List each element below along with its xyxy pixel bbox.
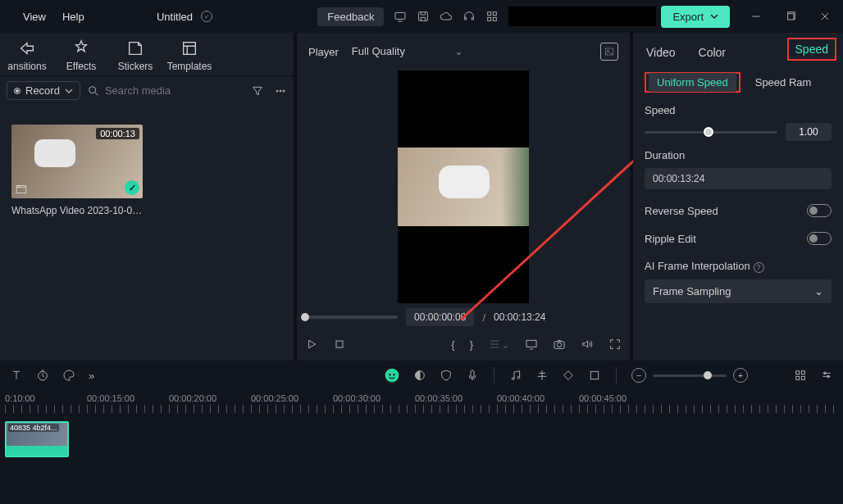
menu-view[interactable]: View (23, 11, 46, 23)
filter-icon[interactable] (251, 84, 264, 98)
tab-speed[interactable]: Speed (795, 43, 828, 56)
ripple-toggle[interactable] (807, 232, 832, 245)
media-clip[interactable]: 00:00:13 ✓ WhatsApp Video 2023-10-05... (11, 125, 143, 216)
camera-icon[interactable] (553, 338, 566, 351)
ai-avatar-icon[interactable] (384, 367, 400, 384)
zoom-out-button[interactable]: − (631, 368, 646, 383)
display-icon[interactable] (389, 5, 412, 28)
ruler-mark: 00:00:30:00 (333, 393, 415, 403)
ripple-row: Ripple Edit (645, 232, 832, 245)
tab-transitions[interactable]: ansitions (0, 39, 54, 72)
zoom-slider[interactable] (653, 375, 727, 377)
reverse-row: Reverse Speed (645, 204, 832, 217)
text-tool-icon[interactable] (10, 369, 23, 382)
window-controls (745, 5, 836, 28)
svg-point-23 (393, 374, 395, 376)
ai-interpolation-select[interactable]: Frame Sampling ⌄ (645, 279, 832, 303)
media-controls: Record (0, 76, 294, 105)
tab-color[interactable]: Color (699, 46, 726, 59)
duration-field[interactable]: 00:00:13:24 (645, 168, 832, 189)
timeline-clip-label: 40835 4b2f4... (8, 424, 59, 432)
svg-point-11 (283, 90, 285, 92)
apps-icon[interactable] (481, 5, 504, 28)
tab-transitions-label: ansitions (7, 61, 46, 72)
more-icon[interactable] (274, 84, 287, 98)
svg-point-22 (389, 374, 391, 376)
subtab-uniform-speed[interactable]: Uniform Speed (649, 73, 736, 92)
ruler-mark: 00:00:20:00 (169, 393, 251, 403)
zoom-in-button[interactable]: + (733, 368, 748, 383)
stop-button[interactable] (333, 338, 346, 351)
timeline-ruler[interactable]: 0:10:00 00:00:15:00 00:00:20:00 00:00:25… (0, 390, 843, 403)
timeline-tracks[interactable]: 40835 4b2f4... (0, 413, 843, 465)
search-input[interactable] (105, 84, 244, 97)
cloud-icon[interactable] (435, 5, 458, 28)
keyframe-icon[interactable] (562, 369, 575, 382)
ruler-mark: 00:00:25:00 (251, 393, 333, 403)
volume-icon[interactable] (581, 338, 594, 351)
ruler-mark: 00:00:35:00 (415, 393, 497, 403)
tab-stickers[interactable]: Stickers (108, 39, 162, 72)
mark-out-icon[interactable]: } (470, 338, 473, 351)
overflow-icon[interactable]: » (89, 370, 94, 382)
ruler-mark: 00:00:45:00 (579, 393, 661, 403)
help-icon[interactable]: ? (754, 262, 764, 273)
video-canvas[interactable] (398, 70, 529, 303)
grid-view-icon[interactable] (794, 369, 807, 382)
record-button[interactable]: Record (7, 81, 80, 100)
tab-video[interactable]: Video (646, 46, 676, 59)
progress-slider[interactable] (305, 311, 398, 324)
mic-icon[interactable] (466, 369, 479, 382)
timer-icon[interactable] (36, 369, 49, 382)
speed-value[interactable]: 1.00 (786, 123, 832, 141)
svg-point-10 (280, 90, 281, 92)
feedback-button[interactable]: Feedback (317, 7, 384, 26)
svg-point-9 (276, 90, 278, 92)
close-button[interactable] (813, 5, 836, 28)
media-grid: 00:00:13 ✓ WhatsApp Video 2023-10-05... (0, 105, 294, 236)
speed-label: Speed (645, 104, 832, 116)
play-button[interactable] (305, 338, 318, 351)
svg-rect-0 (395, 12, 405, 19)
mask-icon[interactable] (413, 369, 426, 382)
reverse-toggle[interactable] (807, 204, 832, 217)
tab-templates[interactable]: Templates (162, 39, 216, 72)
align-icon[interactable]: ⌄ (488, 338, 510, 351)
mark-in-icon[interactable]: { (451, 338, 454, 351)
current-time: 00:00:00:00 (406, 308, 474, 326)
crop-icon[interactable] (588, 369, 601, 382)
shield-icon[interactable] (440, 369, 453, 382)
svg-rect-28 (590, 371, 598, 379)
display-settings-icon[interactable] (525, 338, 538, 351)
export-button[interactable]: Export (661, 6, 730, 28)
settings-icon[interactable] (820, 369, 833, 382)
panel-tabs: Video Color Speed (645, 41, 832, 67)
player-label: Player (308, 46, 339, 58)
record-label: Record (25, 84, 60, 97)
palette-icon[interactable] (62, 369, 75, 382)
music-icon[interactable] (509, 369, 522, 382)
search-media[interactable] (87, 84, 244, 98)
transitions-icon (18, 39, 36, 57)
sync-status-icon: ✓ (201, 11, 212, 22)
quality-dropdown[interactable]: Full Quality ⌄ (352, 45, 463, 58)
svg-point-8 (89, 86, 96, 93)
minimize-button[interactable] (745, 5, 768, 28)
clip-thumbnail[interactable]: 00:00:13 ✓ (11, 125, 143, 198)
speed-slider[interactable] (645, 125, 777, 138)
properties-panel: Video Color Speed Uniform Speed Speed Ra… (633, 33, 843, 361)
tab-effects[interactable]: Effects (54, 39, 108, 72)
image-icon (604, 47, 615, 57)
headphones-icon[interactable] (458, 5, 481, 28)
ripple-label: Ripple Edit (645, 233, 696, 245)
snapshot-button[interactable] (600, 43, 618, 61)
save-icon[interactable] (412, 5, 435, 28)
timeline-clip[interactable]: 40835 4b2f4... (5, 421, 69, 457)
svg-rect-31 (796, 376, 800, 379)
align-center-icon[interactable] (535, 369, 549, 382)
subtab-speed-ramping[interactable]: Speed Ram (755, 76, 812, 89)
duration-label: Duration (645, 149, 832, 161)
ruler-mark: 00:00:40:00 (497, 393, 579, 403)
maximize-button[interactable] (779, 5, 802, 28)
fullscreen-icon[interactable] (608, 338, 622, 351)
